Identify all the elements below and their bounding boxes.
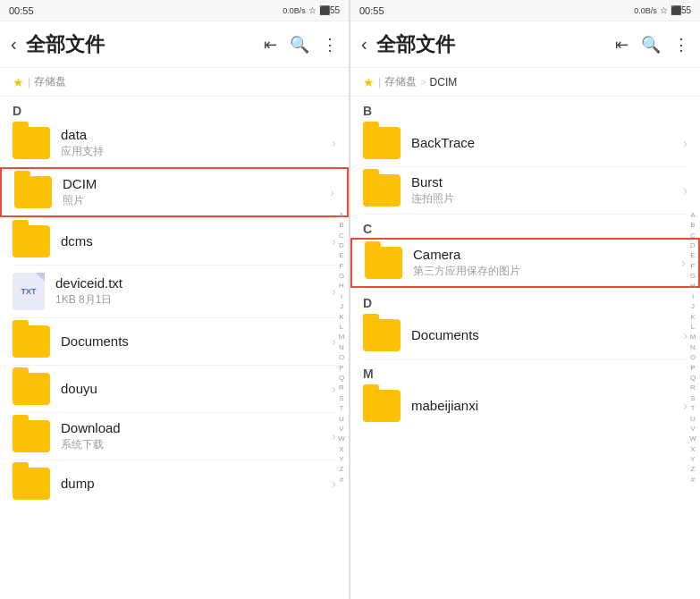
alpha-k-left[interactable]: K xyxy=(339,313,343,322)
alpha-j-right[interactable]: J xyxy=(691,302,695,311)
alpha-g-left[interactable]: G xyxy=(339,272,344,281)
alpha-t-right[interactable]: T xyxy=(691,404,696,413)
star-icon-left[interactable]: ★ xyxy=(13,75,24,89)
alpha-d-left[interactable]: D xyxy=(339,241,344,250)
file-name-data: data xyxy=(61,127,332,142)
section-c-right: C xyxy=(350,215,700,238)
more-icon-left[interactable]: ⋮ xyxy=(322,35,338,55)
alpha-i-left[interactable]: I xyxy=(341,292,342,301)
back-button-right[interactable]: ‹ xyxy=(361,34,367,55)
alpha-x-left[interactable]: X xyxy=(339,445,343,454)
alpha-e-right[interactable]: E xyxy=(690,251,695,260)
file-item-mabeijianxi[interactable]: mabeijianxi › xyxy=(350,383,700,429)
alpha-b-left[interactable]: B xyxy=(339,221,343,230)
sort-icon-left[interactable]: ⇤ xyxy=(264,35,277,55)
alpha-n-left[interactable]: N xyxy=(339,343,344,352)
folder-icon-camera xyxy=(365,247,402,279)
alpha-z-right[interactable]: Z xyxy=(691,465,696,474)
file-item-documents-right[interactable]: Documents › xyxy=(350,312,700,359)
star-icon-right[interactable]: ★ xyxy=(363,75,375,89)
file-name-download: Download xyxy=(61,420,332,435)
alpha-x-right[interactable]: X xyxy=(690,445,695,454)
alpha-v-right[interactable]: V xyxy=(690,425,695,434)
file-item-deviceid[interactable]: TXT deviceid.txt 1KB 8月1日 › xyxy=(0,266,349,317)
folder-icon-mabeijianxi xyxy=(363,390,401,422)
file-item-burst[interactable]: Burst 连拍照片 › xyxy=(350,167,700,214)
alpha-g-right[interactable]: G xyxy=(690,272,696,281)
alpha-d-right[interactable]: D xyxy=(690,241,696,250)
alpha-m-right[interactable]: M xyxy=(690,333,696,342)
alpha-p-right[interactable]: P xyxy=(690,364,695,373)
alpha-hash-left[interactable]: # xyxy=(340,476,343,485)
file-info-dcim: DCIM 照片 xyxy=(63,176,330,208)
alpha-q-left[interactable]: Q xyxy=(339,374,344,383)
alpha-l-right[interactable]: L xyxy=(691,323,695,332)
panel-right: 00:55 0.0B/s ☆ ⬛55 ‹ 全部文件 ⇤ 🔍 ⋮ ★ | 存储盘 … xyxy=(350,0,700,599)
breadcrumb-dcim[interactable]: DCIM xyxy=(430,76,458,89)
search-icon-right[interactable]: 🔍 xyxy=(641,35,661,55)
file-name-mabeijianxi: mabeijianxi xyxy=(411,398,683,413)
battery-text-right: ⬛55 xyxy=(670,5,691,15)
alpha-e-left[interactable]: E xyxy=(339,251,343,260)
alpha-t-left[interactable]: T xyxy=(340,404,344,413)
alphabet-bar-right: A B C D E F G H I J K L M N O P Q R S T … xyxy=(686,97,700,599)
alpha-c-left[interactable]: C xyxy=(339,232,344,240)
alpha-h-right[interactable]: H xyxy=(690,282,696,291)
alpha-l-left[interactable]: L xyxy=(340,323,343,332)
alpha-q-right[interactable]: Q xyxy=(690,374,696,383)
alpha-u-left[interactable]: U xyxy=(339,415,344,424)
folder-icon-backtrace xyxy=(363,127,401,159)
breadcrumb-storage-right[interactable]: 存储盘 xyxy=(384,74,417,89)
alpha-a-right[interactable]: A xyxy=(690,211,695,220)
alpha-f-left[interactable]: F xyxy=(340,262,344,271)
more-icon-right[interactable]: ⋮ xyxy=(673,35,689,55)
alpha-r-left[interactable]: R xyxy=(339,384,344,392)
alpha-o-right[interactable]: O xyxy=(690,353,696,362)
alpha-i-right[interactable]: I xyxy=(692,292,694,301)
file-info-documents-right: Documents xyxy=(411,327,683,344)
file-item-dump[interactable]: dump › xyxy=(0,460,349,507)
alpha-c-right[interactable]: C xyxy=(690,232,696,240)
alpha-o-left[interactable]: O xyxy=(339,353,344,362)
signal-left: ☆ xyxy=(308,5,316,15)
alpha-s-left[interactable]: S xyxy=(339,394,343,403)
file-item-data[interactable]: data 应用支持 › xyxy=(0,120,349,166)
folder-icon-download xyxy=(13,420,50,452)
alpha-n-right[interactable]: N xyxy=(690,343,696,352)
file-name-dcms: dcms xyxy=(61,233,332,249)
alpha-u-right[interactable]: U xyxy=(690,415,696,424)
alpha-y-right[interactable]: Y xyxy=(690,455,695,464)
file-item-douyu[interactable]: douyu › xyxy=(0,366,349,412)
alpha-r-right[interactable]: R xyxy=(690,384,696,392)
alpha-m-left[interactable]: M xyxy=(339,333,345,342)
alpha-b-right[interactable]: B xyxy=(690,221,695,230)
alpha-p-left[interactable]: P xyxy=(339,364,343,373)
alpha-j-left[interactable]: J xyxy=(340,302,343,311)
search-icon-left[interactable]: 🔍 xyxy=(290,35,309,55)
file-item-download[interactable]: Download 系统下载 › xyxy=(0,413,349,460)
battery-text-left: ⬛55 xyxy=(319,5,340,15)
alpha-k-right[interactable]: K xyxy=(690,313,695,322)
file-item-dcms[interactable]: dcms › xyxy=(0,218,349,265)
breadcrumb-storage-left[interactable]: 存储盘 xyxy=(34,74,66,89)
alpha-z-left[interactable]: Z xyxy=(340,465,344,474)
file-meta-camera: 第三方应用保存的图片 xyxy=(413,264,681,279)
file-item-camera[interactable]: Camera 第三方应用保存的图片 › xyxy=(350,238,700,288)
file-item-documents[interactable]: Documents › xyxy=(0,318,349,365)
sort-icon-right[interactable]: ⇤ xyxy=(615,35,628,55)
file-item-backtrace[interactable]: BackTrace › xyxy=(350,120,700,166)
alpha-a-left[interactable]: A xyxy=(339,211,343,220)
alpha-w-left[interactable]: W xyxy=(338,434,345,443)
folder-icon-data xyxy=(13,127,50,159)
alpha-s-right[interactable]: S xyxy=(690,394,695,403)
time-right: 00:55 xyxy=(359,5,384,16)
alpha-f-right[interactable]: F xyxy=(691,262,696,271)
alpha-h-left[interactable]: H xyxy=(339,282,344,291)
alpha-hash-right[interactable]: # xyxy=(691,476,695,485)
file-info-douyu: douyu xyxy=(61,381,332,398)
alpha-v-left[interactable]: V xyxy=(339,425,343,434)
file-item-dcim[interactable]: DCIM 照片 › xyxy=(0,167,349,217)
alpha-w-right[interactable]: W xyxy=(689,434,696,443)
alpha-y-left[interactable]: Y xyxy=(339,455,343,464)
back-button-left[interactable]: ‹ xyxy=(11,34,17,55)
